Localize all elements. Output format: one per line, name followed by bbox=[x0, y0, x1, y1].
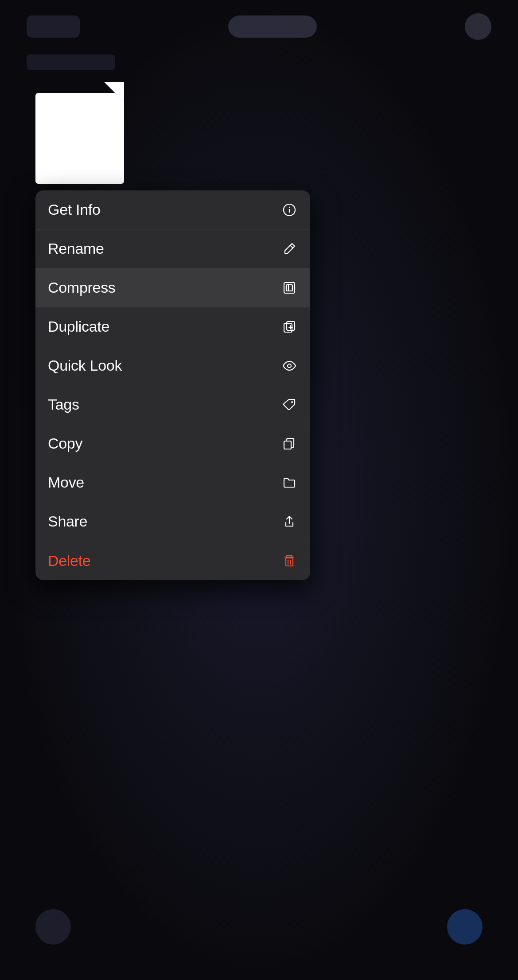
menu-item-get-info-label: Get Info bbox=[48, 201, 101, 218]
file-body bbox=[35, 93, 124, 184]
file-corner bbox=[104, 82, 124, 102]
menu-item-delete[interactable]: Delete bbox=[35, 541, 310, 580]
svg-rect-13 bbox=[284, 441, 291, 449]
menu-item-compress[interactable]: Compress bbox=[35, 268, 310, 307]
menu-item-duplicate-label: Duplicate bbox=[48, 318, 109, 335]
svg-rect-5 bbox=[286, 285, 292, 291]
pencil-icon bbox=[281, 240, 298, 257]
menu-item-delete-label: Delete bbox=[48, 552, 90, 569]
menu-item-copy-label: Copy bbox=[48, 435, 82, 452]
file-icon bbox=[35, 82, 124, 184]
menu-item-tags-label: Tags bbox=[48, 396, 79, 413]
top-bar-center-element bbox=[228, 15, 317, 38]
menu-item-rename-label: Rename bbox=[48, 240, 104, 257]
info-icon bbox=[281, 201, 298, 218]
menu-item-share-label: Share bbox=[48, 513, 87, 530]
menu-item-copy[interactable]: Copy bbox=[35, 424, 310, 463]
svg-point-11 bbox=[288, 364, 291, 368]
second-bar-text bbox=[27, 54, 115, 70]
copy-icon bbox=[281, 435, 298, 452]
menu-item-move[interactable]: Move bbox=[35, 463, 310, 502]
eye-icon bbox=[281, 357, 298, 374]
second-bar bbox=[0, 44, 518, 80]
context-menu: Get Info Rename Compress bbox=[35, 190, 310, 580]
svg-line-3 bbox=[290, 245, 293, 248]
trash-icon bbox=[281, 552, 298, 569]
duplicate-icon bbox=[281, 318, 298, 335]
bottom-left-icon bbox=[35, 909, 71, 945]
menu-item-rename[interactable]: Rename bbox=[35, 229, 310, 268]
menu-item-quick-look-label: Quick Look bbox=[48, 357, 122, 374]
folder-icon bbox=[281, 474, 298, 491]
compress-icon bbox=[281, 279, 298, 296]
menu-item-compress-label: Compress bbox=[48, 279, 116, 296]
top-bar-right-element bbox=[465, 13, 491, 40]
menu-item-move-label: Move bbox=[48, 474, 84, 491]
svg-point-2 bbox=[289, 206, 290, 207]
menu-item-quick-look[interactable]: Quick Look bbox=[35, 346, 310, 385]
top-bar-left-element bbox=[27, 15, 80, 38]
share-icon bbox=[281, 513, 298, 530]
svg-point-12 bbox=[291, 401, 293, 403]
menu-item-duplicate[interactable]: Duplicate bbox=[35, 307, 310, 346]
svg-rect-4 bbox=[284, 283, 295, 293]
bottom-area bbox=[0, 891, 518, 980]
menu-item-share[interactable]: Share bbox=[35, 502, 310, 541]
menu-item-tags[interactable]: Tags bbox=[35, 385, 310, 424]
svg-rect-14 bbox=[286, 558, 293, 566]
tag-icon bbox=[281, 396, 298, 413]
file-icon-container bbox=[35, 82, 124, 184]
bottom-right-icon bbox=[447, 909, 483, 945]
menu-item-get-info[interactable]: Get Info bbox=[35, 190, 310, 229]
